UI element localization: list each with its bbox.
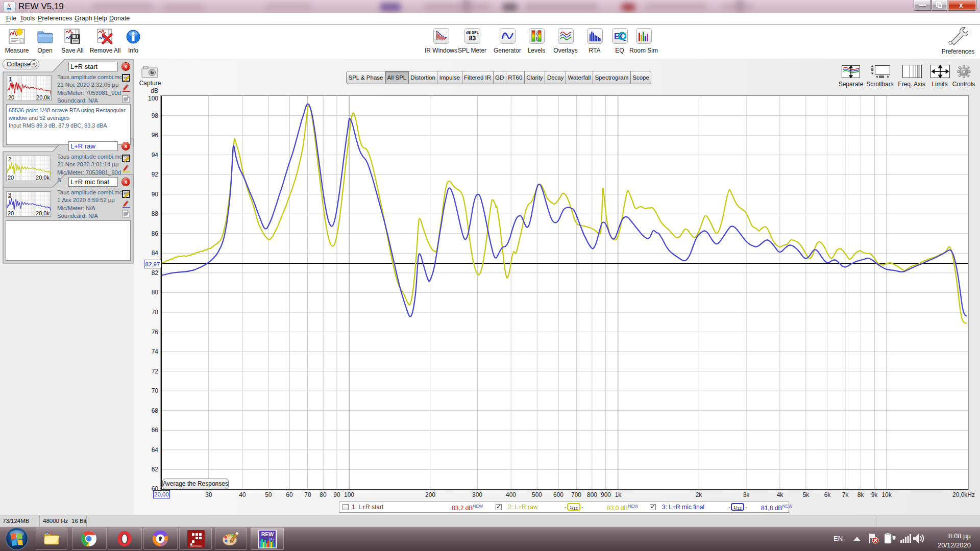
svg-text:TeamViewer: TeamViewer (190, 545, 203, 547)
svg-text:REW: REW (261, 531, 274, 537)
svg-text:9: 9 (536, 39, 537, 42)
svg-text:dB SPL: dB SPL (466, 31, 479, 34)
svg-text:83: 83 (469, 35, 476, 42)
